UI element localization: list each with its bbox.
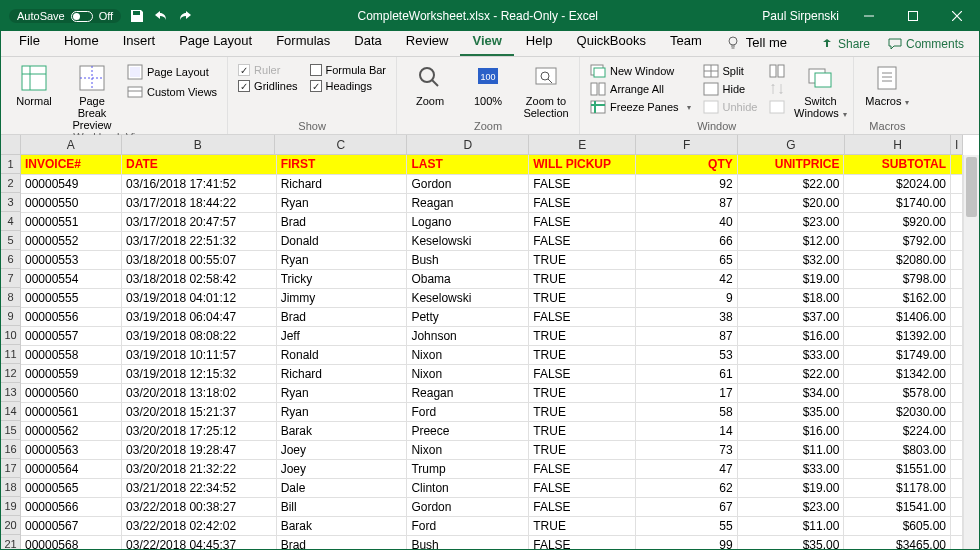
row-header[interactable]: 10 [1,326,20,345]
row-header[interactable]: 5 [1,231,20,250]
cell[interactable]: Ryan [276,402,407,421]
cell[interactable]: TRUE [529,421,636,440]
cell[interactable]: FALSE [529,212,636,231]
cell[interactable]: 03/19/2018 08:08:22 [122,326,277,345]
tab-help[interactable]: Help [514,28,565,56]
cell[interactable]: $35.00 [737,535,844,549]
cell[interactable]: Nixon [407,440,529,459]
view-side-by-side-button[interactable] [765,63,789,79]
cell[interactable]: 99 [636,535,737,549]
cell[interactable]: $34.00 [737,383,844,402]
cell[interactable]: 03/20/2018 19:28:47 [122,440,277,459]
cell[interactable] [951,421,963,440]
cell[interactable]: $1551.00 [844,459,951,478]
table-row[interactable]: 0000055303/18/2018 00:55:07RyanBushTRUE6… [21,250,963,269]
cell[interactable]: Richard [276,364,407,383]
tab-quickbooks[interactable]: QuickBooks [565,28,658,56]
row-header[interactable]: 13 [1,383,20,402]
tab-file[interactable]: File [7,28,52,56]
cell[interactable] [951,174,963,193]
cell[interactable]: $11.00 [737,516,844,535]
cell[interactable]: 00000551 [21,212,122,231]
cell[interactable]: 58 [636,402,737,421]
header-cell[interactable]: SUBTOTAL [844,155,951,174]
cell[interactable]: 00000562 [21,421,122,440]
cell[interactable]: $23.00 [737,212,844,231]
row-header[interactable]: 1 [1,155,20,174]
cell[interactable]: Clinton [407,478,529,497]
switch-windows-button[interactable]: Switch Windows [793,61,847,120]
tab-insert[interactable]: Insert [111,28,168,56]
cell[interactable]: $12.00 [737,231,844,250]
cell[interactable]: Bush [407,250,529,269]
cell[interactable]: 00000563 [21,440,122,459]
cell[interactable]: 03/19/2018 12:15:32 [122,364,277,383]
tab-review[interactable]: Review [394,28,461,56]
cell[interactable] [951,250,963,269]
cell[interactable]: 55 [636,516,737,535]
cell[interactable] [951,231,963,250]
close-button[interactable] [935,1,979,31]
cell[interactable] [951,364,963,383]
cell[interactable]: Jimmy [276,288,407,307]
cell[interactable]: $33.00 [737,345,844,364]
row-headers[interactable]: 123456789101112131415161718192021 [1,155,21,549]
cell[interactable]: Ford [407,516,529,535]
column-header[interactable]: D [407,135,529,154]
cell[interactable]: $605.00 [844,516,951,535]
cell[interactable]: 66 [636,231,737,250]
cell[interactable]: FALSE [529,307,636,326]
table-row[interactable]: 0000056503/21/2018 22:34:52DaleClintonFA… [21,478,963,497]
cell[interactable]: 00000549 [21,174,122,193]
cell[interactable] [951,212,963,231]
cell[interactable]: $16.00 [737,326,844,345]
cell[interactable]: Jeff [276,326,407,345]
cell[interactable]: 00000558 [21,345,122,364]
cell[interactable]: Barak [276,516,407,535]
cell[interactable]: 38 [636,307,737,326]
cell[interactable]: $22.00 [737,174,844,193]
cell[interactable]: 17 [636,383,737,402]
cell[interactable] [951,307,963,326]
cell[interactable]: 00000565 [21,478,122,497]
cell[interactable]: $1749.00 [844,345,951,364]
cell[interactable]: 03/17/2018 20:47:57 [122,212,277,231]
header-cell[interactable]: WILL PICKUP [529,155,636,174]
header-cell[interactable]: LAST [407,155,529,174]
cells-viewport[interactable]: INVOICE#DATEFIRSTLASTWILL PICKUPQTYUNITP… [21,155,963,549]
cell[interactable]: 87 [636,193,737,212]
table-row[interactable]: 0000055403/18/2018 02:58:42TrickyObamaTR… [21,269,963,288]
cell[interactable]: 00000561 [21,402,122,421]
cell[interactable]: 03/20/2018 15:21:37 [122,402,277,421]
row-header[interactable]: 6 [1,250,20,269]
row-header[interactable]: 3 [1,193,20,212]
table-row[interactable]: 0000056303/20/2018 19:28:47JoeyNixonTRUE… [21,440,963,459]
table-row[interactable]: 0000055003/17/2018 18:44:22RyanReaganFAL… [21,193,963,212]
cell[interactable]: Ronald [276,345,407,364]
cell[interactable]: 00000557 [21,326,122,345]
cell[interactable] [951,497,963,516]
cell[interactable]: $578.00 [844,383,951,402]
cell[interactable]: Ryan [276,383,407,402]
table-row[interactable]: 0000056703/22/2018 02:42:02BarakFordTRUE… [21,516,963,535]
cell[interactable]: $1406.00 [844,307,951,326]
tab-page-layout[interactable]: Page Layout [167,28,264,56]
cell[interactable]: 92 [636,174,737,193]
table-row[interactable]: 0000056403/20/2018 21:32:22JoeyTrumpFALS… [21,459,963,478]
cell[interactable]: 03/16/2018 17:41:52 [122,174,277,193]
cell[interactable]: $792.00 [844,231,951,250]
cell[interactable]: Gordon [407,174,529,193]
cell[interactable]: Brad [276,212,407,231]
column-header[interactable]: F [636,135,738,154]
hide-button[interactable]: Hide [699,81,762,97]
tellme-tab[interactable]: Tell me [714,30,799,56]
cell[interactable]: Dale [276,478,407,497]
cell[interactable]: 03/19/2018 04:01:12 [122,288,277,307]
table-row[interactable]: 0000055203/17/2018 22:51:32DonaldKeselow… [21,231,963,250]
header-cell[interactable]: INVOICE# [21,155,122,174]
tab-view[interactable]: View [460,28,513,56]
cell[interactable]: $803.00 [844,440,951,459]
cell[interactable]: 03/20/2018 21:32:22 [122,459,277,478]
arrange-all-button[interactable]: Arrange All [586,81,694,97]
cell[interactable] [951,459,963,478]
